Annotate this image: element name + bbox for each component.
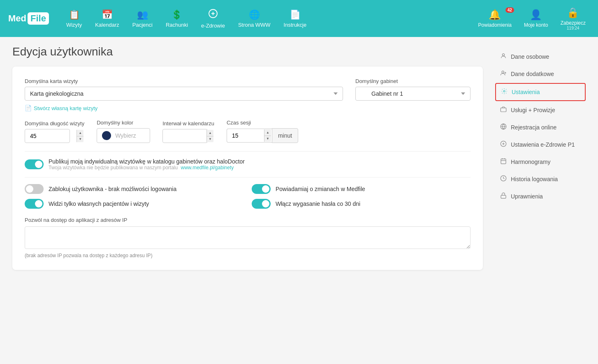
duration-down[interactable]: ▼ bbox=[76, 136, 83, 143]
lock-nav-icon: 🔒 bbox=[567, 7, 579, 18]
security-button[interactable]: 🔒 Zabezpiecz 119:24 bbox=[556, 5, 590, 33]
notify-changes-toggle[interactable] bbox=[252, 184, 271, 194]
block-user-label: Zablokuj użytkownika - brak możliwości l… bbox=[49, 186, 176, 192]
interval-group: Interwał w kalendarzu ▲ ▼ bbox=[162, 120, 214, 143]
nav-wizyty[interactable]: 📋 Wizyty bbox=[61, 6, 87, 31]
sidebar-item-dane-osobowe[interactable]: Dane osobowe bbox=[495, 48, 586, 65]
security-time: 119:24 bbox=[567, 26, 579, 30]
nav-strona-www[interactable]: 🌐 Strona WWW bbox=[233, 6, 276, 31]
block-user-toggle[interactable] bbox=[25, 184, 44, 194]
nav-right: 🔔 42 Powiadomienia 👤 Moje konto 🔒 Zabezp… bbox=[474, 5, 590, 33]
publish-toggle[interactable] bbox=[25, 159, 44, 169]
session-up[interactable]: ▲ bbox=[264, 129, 271, 136]
logo[interactable]: Med File bbox=[8, 12, 49, 25]
nav-instrukcje[interactable]: 📄 Instrukcje bbox=[279, 6, 312, 31]
duration-input[interactable] bbox=[25, 129, 70, 143]
globe-icon bbox=[500, 123, 507, 131]
sidebar-label-harmonogramy: Harmonogramy bbox=[511, 159, 550, 165]
interval-input-wrapper: ▲ ▼ bbox=[162, 129, 214, 143]
svg-point-7 bbox=[503, 90, 505, 92]
own-patients-row: Widzi tylko własnych pacjentów i wizyty bbox=[25, 199, 243, 209]
own-patients-toggle[interactable] bbox=[25, 199, 44, 209]
publish-sublabel-text: Twoja wizytówka nie będzie publikowana w… bbox=[49, 165, 178, 170]
divider-1 bbox=[25, 151, 471, 152]
nav-pacjenci[interactable]: 👥 Pacjenci bbox=[127, 6, 158, 31]
svg-rect-8 bbox=[501, 108, 506, 112]
interval-label: Interwał w kalendarzu bbox=[162, 120, 214, 127]
sidebar-item-historia-logowania[interactable]: Historia logowania bbox=[495, 171, 586, 187]
circle-plus-icon bbox=[500, 141, 507, 149]
interval-input[interactable] bbox=[162, 129, 208, 143]
settings-card: Domyślna karta wizyty Karta ginekologicz… bbox=[12, 67, 483, 270]
session-unit: minut bbox=[272, 128, 298, 143]
publish-sublabel: Twoja wizytówka nie będzie publikowana w… bbox=[49, 165, 245, 170]
account-button[interactable]: 👤 Moje konto bbox=[520, 7, 552, 30]
interval-up[interactable]: ▲ bbox=[206, 130, 213, 136]
cabinet-select-wrapper: Gabinet nr 1 bbox=[355, 87, 471, 101]
nav-kalendarz-label: Kalendarz bbox=[95, 22, 119, 28]
calendar-icon bbox=[500, 158, 507, 166]
sidebar-item-dane-dodatkowe[interactable]: Dane dodatkowe bbox=[495, 66, 586, 82]
session-down[interactable]: ▼ bbox=[264, 136, 271, 142]
publish-toggle-slider bbox=[25, 159, 44, 169]
nav-instrukcje-label: Instrukcje bbox=[284, 22, 307, 28]
create-card-label: Stwórz własną kartę wizyty bbox=[34, 105, 97, 111]
sidebar-item-uslugi-prowizje[interactable]: Usługi + Prowizje bbox=[495, 102, 586, 118]
bell-icon: 🔔 bbox=[489, 9, 501, 21]
sidebar-item-harmonogramy[interactable]: Harmonogramy bbox=[495, 154, 586, 170]
nav-e-zdrowie[interactable]: e-Zdrowie bbox=[196, 5, 230, 32]
sidebar-item-rejestracja-online[interactable]: Rejestracja online bbox=[495, 119, 586, 136]
notify-changes-row: Powiadamiaj o zmianach w Medfile bbox=[252, 184, 471, 194]
sidebar: Dane osobowe Dane dodatkowe Ustawienia U… bbox=[495, 45, 586, 356]
nav-e-zdrowie-label: e-Zdrowie bbox=[201, 23, 225, 29]
lock-sidebar-icon bbox=[500, 192, 507, 200]
own-patients-label: Widzi tylko własnych pacjentów i wizyty bbox=[49, 200, 149, 207]
kalendarz-icon: 📅 bbox=[102, 9, 113, 20]
sidebar-label-dane-osobowe: Dane osobowe bbox=[511, 53, 549, 60]
interval-spinners: ▲ ▼ bbox=[206, 130, 213, 142]
briefcase-icon bbox=[500, 106, 507, 114]
nav-items: 📋 Wizyty 📅 Kalendarz 👥 Pacjenci 💲 Rachun… bbox=[61, 5, 474, 32]
file-icon: 📄 bbox=[25, 105, 32, 111]
ip-section: Pozwól na dostęp do aplikacji z adresów … bbox=[25, 217, 471, 258]
page-title: Edycja użytkownika bbox=[12, 45, 483, 58]
duration-spinners: ▲ ▼ bbox=[76, 130, 83, 142]
sidebar-item-uprawnienia[interactable]: Uprawnienia bbox=[495, 188, 586, 205]
divider-2 bbox=[25, 177, 471, 177]
block-user-slider bbox=[25, 184, 44, 194]
publish-link[interactable]: www.medfile.pl/gabinety bbox=[181, 165, 234, 170]
toggle-grid: Zablokuj użytkownika - brak możliwości l… bbox=[25, 184, 471, 209]
person-plus-icon bbox=[500, 70, 507, 78]
ip-textarea[interactable] bbox=[25, 226, 471, 249]
nav-kalendarz[interactable]: 📅 Kalendarz bbox=[90, 6, 124, 31]
color-dot bbox=[102, 131, 111, 140]
gear-icon bbox=[501, 88, 508, 96]
svg-point-4 bbox=[502, 71, 504, 73]
sidebar-label-rejestracja-online: Rejestracja online bbox=[511, 124, 556, 131]
visit-card-label: Domyślna karta wizyty bbox=[25, 78, 343, 84]
cabinet-select[interactable]: Gabinet nr 1 bbox=[355, 87, 471, 101]
sidebar-item-ustawienia-e-zdrowie[interactable]: Ustawienia e-Zdrowie P1 bbox=[495, 136, 586, 153]
ip-label: Pozwól na dostęp do aplikacji z adresów … bbox=[25, 217, 471, 223]
sidebar-item-ustawienia[interactable]: Ustawienia bbox=[495, 83, 586, 101]
password-expire-toggle[interactable] bbox=[252, 199, 271, 209]
notifications-button[interactable]: 🔔 42 Powiadomienia bbox=[474, 7, 516, 30]
strona-www-icon: 🌐 bbox=[249, 9, 260, 20]
page-content: Edycja użytkownika Domyślna karta wizyty… bbox=[0, 37, 598, 364]
create-card-link[interactable]: 📄 Stwórz własną kartę wizyty bbox=[25, 105, 343, 111]
publish-label: Publikuj moją indywidualną wizytówkę w k… bbox=[49, 158, 245, 165]
color-picker[interactable]: Wybierz bbox=[97, 128, 150, 143]
nav-rachunki[interactable]: 💲 Rachunki bbox=[161, 6, 193, 31]
session-group: Czas sesji ▲ ▼ minut bbox=[227, 120, 298, 143]
interval-down[interactable]: ▼ bbox=[206, 136, 213, 143]
sidebar-label-ustawienia-e-zdrowie: Ustawienia e-Zdrowie P1 bbox=[511, 141, 575, 148]
duration-up[interactable]: ▲ bbox=[76, 130, 83, 136]
row-settings: Domyślna długość wizyty ▲ ▼ Domyślny kol… bbox=[25, 120, 471, 143]
nav-wizyty-label: Wizyty bbox=[66, 22, 82, 28]
password-expire-slider bbox=[252, 199, 271, 209]
rachunki-icon: 💲 bbox=[171, 9, 182, 20]
nav-pacjenci-label: Pacjenci bbox=[132, 22, 153, 28]
session-input-wrapper: ▲ ▼ bbox=[227, 129, 272, 143]
visit-card-select[interactable]: Karta ginekologiczna bbox=[25, 87, 343, 101]
color-group: Domyślny kolor Wybierz bbox=[97, 120, 150, 143]
